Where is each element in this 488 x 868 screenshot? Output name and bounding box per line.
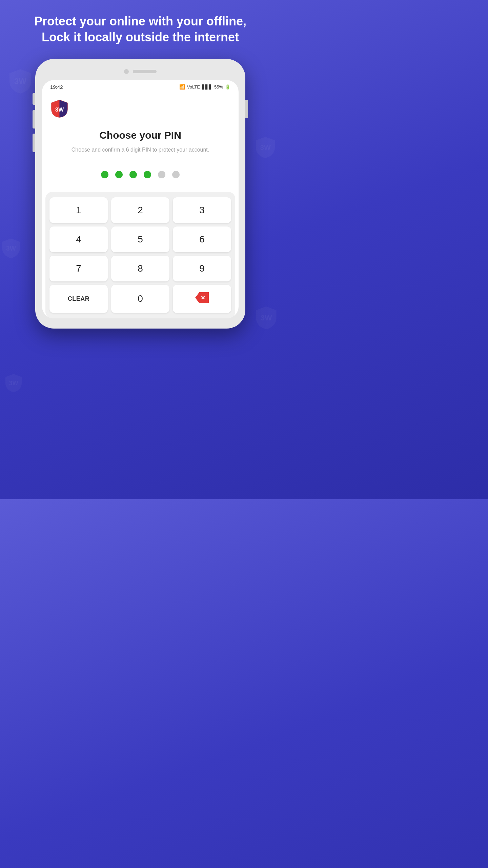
- key-2[interactable]: 2: [111, 197, 169, 223]
- key-6[interactable]: 6: [173, 226, 231, 252]
- svg-text:3W: 3W: [261, 314, 272, 322]
- pin-title: Choose your PIN: [52, 130, 228, 141]
- mute-button: [33, 93, 35, 105]
- delete-icon: ✕: [195, 292, 209, 305]
- signal-bars-icon: ▋▋▋: [202, 84, 212, 90]
- svg-text:3W: 3W: [6, 244, 16, 252]
- pin-dot-4: [144, 171, 151, 178]
- pin-dot-5: [158, 171, 165, 178]
- pin-subtitle: Choose and confirm a 6 digit PIN to prot…: [52, 146, 228, 154]
- bg-decor-shield-4: 3W: [253, 305, 279, 331]
- key-8[interactable]: 8: [111, 256, 169, 281]
- wifi-icon: 📶: [179, 84, 185, 90]
- key-3[interactable]: 3: [173, 197, 231, 223]
- status-bar: 19:42 📶 VoLTE ▋▋▋ 55% 🔋: [42, 80, 239, 93]
- page-header-title: Protect your online with your offline, L…: [0, 0, 281, 56]
- keypad-container: 1 2 3 4 5 6 7 8 9 CLEAR 0 ✕: [45, 192, 235, 318]
- pin-dot-6: [172, 171, 180, 178]
- pin-dot-2: [115, 171, 123, 178]
- battery-percentage: 55%: [214, 84, 223, 90]
- bg-decor-shield-1: 3W: [7, 68, 34, 95]
- key-0[interactable]: 0: [111, 285, 169, 313]
- clear-button[interactable]: CLEAR: [49, 285, 108, 313]
- phone-notch: [42, 69, 239, 74]
- svg-text:3W: 3W: [55, 106, 64, 113]
- pin-dot-3: [129, 171, 137, 178]
- bg-decor-shield-2: 3W: [253, 136, 277, 159]
- key-4[interactable]: 4: [49, 226, 108, 252]
- key-5[interactable]: 5: [111, 226, 169, 252]
- key-1[interactable]: 1: [49, 197, 108, 223]
- battery-icon: 🔋: [225, 84, 230, 90]
- phone-frame: 19:42 📶 VoLTE ▋▋▋ 55% 🔋 3W Cho: [35, 59, 245, 329]
- svg-text:✕: ✕: [201, 295, 205, 301]
- bg-decor-shield-5: 3W: [3, 373, 24, 393]
- svg-text:3W: 3W: [260, 143, 271, 151]
- bg-decor-shield-3: 3W: [0, 237, 22, 259]
- delete-button[interactable]: ✕: [173, 285, 231, 313]
- app-logo-area: 3W: [42, 93, 239, 123]
- volume-down-button: [33, 134, 35, 152]
- phone-screen: 19:42 📶 VoLTE ▋▋▋ 55% 🔋 3W Cho: [42, 80, 239, 318]
- front-camera: [124, 69, 129, 74]
- key-7[interactable]: 7: [49, 256, 108, 281]
- status-icons: 📶 VoLTE ▋▋▋ 55% 🔋: [179, 84, 230, 90]
- keypad-grid: 1 2 3 4 5 6 7 8 9 CLEAR 0 ✕: [49, 197, 231, 313]
- volte-indicator: VoLTE: [187, 84, 200, 90]
- svg-text:3W: 3W: [9, 380, 18, 387]
- svg-text:3W: 3W: [14, 77, 26, 86]
- earpiece-speaker: [133, 70, 157, 73]
- app-logo: 3W: [50, 99, 69, 118]
- pin-dots-container: [52, 167, 228, 182]
- status-time: 19:42: [50, 84, 63, 90]
- power-button: [245, 100, 248, 118]
- volume-up-button: [33, 110, 35, 129]
- pin-dot-1: [101, 171, 108, 178]
- pin-content: Choose your PIN Choose and confirm a 6 d…: [42, 123, 239, 182]
- key-9[interactable]: 9: [173, 256, 231, 281]
